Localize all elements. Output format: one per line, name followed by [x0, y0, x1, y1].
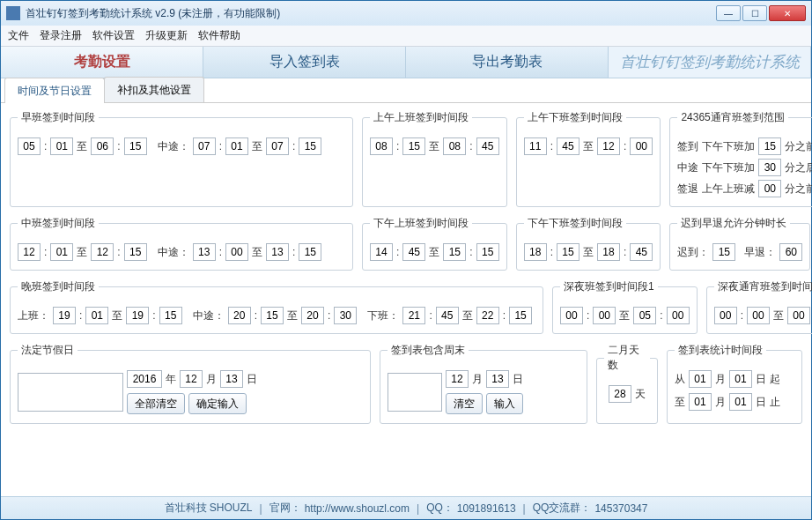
weekend-clear-button[interactable]: 清空 — [446, 393, 483, 414]
pmon-eh[interactable] — [443, 243, 466, 261]
feb-days[interactable] — [609, 385, 631, 403]
close-button[interactable]: ✕ — [769, 5, 806, 21]
app-icon — [6, 6, 20, 20]
pmon-em[interactable] — [476, 243, 499, 261]
pmoff-em[interactable] — [630, 243, 653, 261]
amon-sm[interactable] — [402, 137, 425, 155]
n1-eh[interactable] — [633, 307, 656, 324]
amon-sh[interactable] — [370, 137, 393, 155]
amoff-eh[interactable] — [597, 137, 620, 155]
early-start-m[interactable] — [50, 137, 73, 155]
footer-company: 首壮科技 SHOUZL — [165, 501, 253, 516]
footer-qq: 1091891613 — [457, 502, 516, 515]
group-early-shift: 早班签到时间段 : 至 : 中途： : 至 : — [10, 110, 353, 207]
group-late-early: 迟到早退允许分钟时长 迟到： 早退： — [669, 216, 810, 271]
pmon-sh[interactable] — [370, 243, 393, 261]
early-mid-eh[interactable] — [266, 137, 289, 155]
n2-sh[interactable] — [714, 307, 737, 324]
early-minutes[interactable] — [779, 243, 802, 261]
clear-all-button[interactable]: 全部清空 — [127, 393, 185, 414]
early-mid-sh[interactable] — [193, 137, 216, 155]
group-late-shift: 晚班签到时间段 上班： : 至 : 中途： : 至 : 下 — [10, 279, 543, 334]
mid-sm[interactable] — [50, 243, 73, 261]
tab-import[interactable]: 导入签到表 — [203, 47, 406, 78]
amoff-sh[interactable] — [524, 137, 547, 155]
footer-site[interactable]: http://www.shouzl.com — [305, 502, 410, 515]
weekend-month[interactable] — [446, 370, 469, 388]
maximize-button[interactable]: ☐ — [742, 5, 767, 21]
holiday-day[interactable] — [220, 370, 243, 388]
menu-help[interactable]: 软件帮助 — [198, 28, 240, 43]
ls-off-sh[interactable] — [402, 307, 425, 324]
pmoff-sh[interactable] — [524, 243, 547, 261]
mid-mid-sh[interactable] — [193, 243, 216, 261]
amoff-sm[interactable] — [557, 137, 579, 155]
minimize-button[interactable]: — — [716, 5, 741, 21]
n2-sm[interactable] — [747, 307, 770, 324]
amoff-em[interactable] — [630, 137, 653, 155]
late-minutes[interactable] — [712, 243, 735, 261]
ls-mid-em[interactable] — [334, 307, 357, 324]
early-end-h[interactable] — [91, 137, 114, 155]
pmon-sm[interactable] — [402, 243, 425, 261]
early-start-h[interactable] — [18, 137, 41, 155]
n1-em[interactable] — [667, 307, 690, 324]
stat-from-d[interactable] — [729, 370, 752, 388]
ls-on-eh[interactable] — [126, 307, 149, 324]
ls-off-em[interactable] — [509, 307, 532, 324]
pmoff-eh[interactable] — [597, 243, 620, 261]
n2-eh[interactable] — [787, 307, 810, 324]
tab-export[interactable]: 导出考勤表 — [406, 47, 609, 78]
group-24365-range: 24365通宵班签到范围 签到下午下班加分之前 中途下午下班加分之后 签退上午上… — [669, 110, 812, 207]
menu-settings[interactable]: 软件设置 — [92, 28, 135, 43]
mid-sh[interactable] — [18, 243, 41, 261]
mid-em[interactable] — [124, 243, 147, 261]
menu-login[interactable]: 登录注册 — [40, 28, 82, 43]
n1-sm[interactable] — [593, 307, 616, 324]
group-night2: 深夜通宵班签到时间段2 : 至 : — [706, 279, 812, 334]
range-signout[interactable] — [758, 180, 781, 197]
early-end-m[interactable] — [124, 137, 147, 155]
pmoff-sm[interactable] — [557, 243, 579, 261]
ls-mid-sh[interactable] — [228, 307, 251, 324]
mid-mid-sm[interactable] — [225, 243, 248, 261]
ls-off-sm[interactable] — [436, 307, 459, 324]
titlebar: 首壮钉钉签到考勤统计系统 v2.9 (未注册，有功能限制) — ☐ ✕ — [1, 1, 811, 26]
group-mid-shift: 中班签到时间段 : 至 : 中途： : 至 : — [10, 216, 353, 271]
ls-mid-eh[interactable] — [301, 307, 324, 324]
mid-eh[interactable] — [91, 243, 114, 261]
range-mid[interactable] — [758, 159, 781, 176]
app-window: 首壮钉钉签到考勤统计系统 v2.9 (未注册，有功能限制) — ☐ ✕ 文件 登… — [0, 0, 812, 520]
subtab-time-holiday[interactable]: 时间及节日设置 — [4, 78, 105, 103]
weekend-list[interactable] — [388, 373, 442, 412]
ls-on-sh[interactable] — [53, 307, 76, 324]
tab-attendance-settings[interactable]: 考勤设置 — [1, 47, 203, 78]
ls-on-sm[interactable] — [85, 307, 108, 324]
weekend-day[interactable] — [486, 370, 509, 388]
stat-to-d[interactable] — [729, 393, 752, 411]
confirm-input-button[interactable]: 确定输入 — [188, 393, 247, 414]
early-mid-sm[interactable] — [225, 137, 248, 155]
holiday-year[interactable] — [127, 370, 162, 388]
holiday-month[interactable] — [180, 370, 203, 388]
subtab-deduction-other[interactable]: 补扣及其他设置 — [104, 77, 204, 102]
sub-tabs: 时间及节日设置 补扣及其他设置 — [1, 78, 811, 103]
weekend-input-button[interactable]: 输入 — [486, 393, 523, 414]
early-mid-em[interactable] — [299, 137, 321, 155]
stat-to-m[interactable] — [689, 393, 712, 411]
window-controls: — ☐ ✕ — [716, 5, 806, 21]
mid-mid-eh[interactable] — [266, 243, 289, 261]
ls-on-em[interactable] — [159, 307, 182, 324]
ls-mid-sm[interactable] — [261, 307, 284, 324]
menu-file[interactable]: 文件 — [8, 28, 29, 43]
amon-em[interactable] — [476, 137, 499, 155]
group-am-off: 上午下班签到时间段 : 至 : — [516, 110, 661, 207]
menu-upgrade[interactable]: 升级更新 — [145, 28, 188, 43]
n1-sh[interactable] — [560, 307, 583, 324]
mid-mid-em[interactable] — [299, 243, 321, 261]
holiday-list[interactable] — [18, 373, 123, 412]
ls-off-eh[interactable] — [476, 307, 499, 324]
stat-from-m[interactable] — [689, 370, 712, 388]
amon-eh[interactable] — [443, 137, 466, 155]
range-signin[interactable] — [758, 137, 781, 155]
